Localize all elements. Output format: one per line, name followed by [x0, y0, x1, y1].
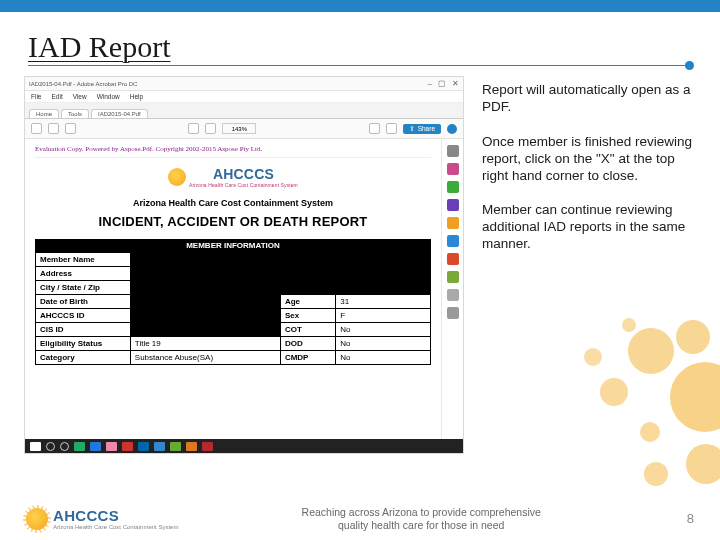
- search-tool-icon[interactable]: [447, 145, 459, 157]
- maximize-icon[interactable]: ▢: [438, 79, 446, 88]
- logo-text: AHCCCS: [189, 166, 298, 182]
- app-icon[interactable]: [138, 442, 149, 451]
- edit-pdf-icon[interactable]: [447, 199, 459, 211]
- minimize-icon[interactable]: –: [428, 79, 432, 88]
- footer-logo-subtitle: Arizona Health Care Cost Containment Sys…: [53, 524, 178, 530]
- title-underline: [28, 65, 692, 66]
- label-sex: Sex: [280, 309, 335, 323]
- app-icon[interactable]: [74, 442, 85, 451]
- app-icon[interactable]: [170, 442, 181, 451]
- pdf-viewer-screenshot: IAD2015-04.Pdf - Adobe Acrobat Pro DC – …: [24, 76, 464, 454]
- app-icon[interactable]: [122, 442, 133, 451]
- menu-help[interactable]: Help: [130, 93, 143, 100]
- label-cot: COT: [280, 323, 335, 337]
- tab-tools[interactable]: Tools: [61, 109, 89, 118]
- menu-view[interactable]: View: [73, 93, 87, 100]
- ahcccs-logo: AHCCCS Arizona Health Care Cost Containm…: [35, 166, 431, 188]
- value-age: 31: [336, 295, 431, 309]
- share-button[interactable]: ⇪Share: [403, 124, 441, 134]
- organize-icon[interactable]: [447, 253, 459, 265]
- comment-icon[interactable]: [447, 217, 459, 229]
- logo-subtitle: Arizona Health Care Cost Containment Sys…: [189, 182, 298, 188]
- label-member-name: Member Name: [36, 253, 131, 267]
- tab-home[interactable]: Home: [29, 109, 59, 118]
- combine-icon[interactable]: [447, 235, 459, 247]
- label-dob: Date of Birth: [36, 295, 131, 309]
- slide-title: IAD Report: [28, 30, 170, 64]
- label-category: Category: [36, 351, 131, 365]
- app-icon[interactable]: [106, 442, 117, 451]
- label-address: Address: [36, 267, 131, 281]
- fill-sign-icon[interactable]: [447, 307, 459, 319]
- value-eligibility: Title 19: [130, 337, 280, 351]
- windows-taskbar: [25, 439, 463, 453]
- print-icon[interactable]: [48, 123, 59, 134]
- value-cmdp: No: [336, 351, 431, 365]
- member-info-table: Member Name Address City / State / Zip D…: [35, 252, 431, 365]
- cortana-icon[interactable]: [46, 442, 55, 451]
- label-ahcccs-id: AHCCCS ID: [36, 309, 131, 323]
- org-name: Arizona Health Care Cost Containment Sys…: [35, 198, 431, 208]
- page-number: 8: [664, 511, 694, 526]
- label-age: Age: [280, 295, 335, 309]
- instruction-paragraph: Report will automatically open as a PDF.: [482, 82, 696, 116]
- zoom-out-icon[interactable]: [188, 123, 199, 134]
- label-city: City / State / Zip: [36, 281, 131, 295]
- start-button-icon[interactable]: [30, 442, 41, 451]
- app-icon[interactable]: [90, 442, 101, 451]
- zoom-in-icon[interactable]: [205, 123, 216, 134]
- value-sex: F: [336, 309, 431, 323]
- window-title: IAD2015-04.Pdf - Adobe Acrobat Pro DC: [29, 81, 428, 87]
- sun-icon: [168, 168, 186, 186]
- redacted-cell: [130, 323, 280, 337]
- value-cot: No: [336, 323, 431, 337]
- label-eligibility: Eligibility Status: [36, 337, 131, 351]
- document-tabs: Home Tools IAD2015-04.Pdf: [25, 103, 463, 119]
- value-dod: No: [336, 337, 431, 351]
- report-title: INCIDENT, ACCIDENT OR DEATH REPORT: [35, 214, 431, 229]
- pdf-toolbar: 143% ⇪Share: [25, 119, 463, 139]
- menu-file[interactable]: File: [31, 93, 41, 100]
- tool-icon[interactable]: [386, 123, 397, 134]
- redacted-cell: [130, 309, 280, 323]
- app-icon[interactable]: [154, 442, 165, 451]
- label-dod: DOD: [280, 337, 335, 351]
- app-icon[interactable]: [186, 442, 197, 451]
- acrobat-icon[interactable]: [202, 442, 213, 451]
- taskview-icon[interactable]: [60, 442, 69, 451]
- redacted-cell: [130, 295, 280, 309]
- section-header: MEMBER INFORMATION: [35, 239, 431, 252]
- menu-window[interactable]: Window: [97, 93, 120, 100]
- slide-top-accent: [0, 0, 720, 12]
- watermark-header: Evaluation Copy. Powered by Aspose.Pdf. …: [35, 145, 431, 158]
- window-titlebar: IAD2015-04.Pdf - Adobe Acrobat Pro DC – …: [25, 77, 463, 91]
- redacted-cell: [130, 281, 430, 295]
- redact-icon[interactable]: [447, 271, 459, 283]
- footer-tagline: Reaching across Arizona to provide compr…: [178, 506, 664, 532]
- export-pdf-icon[interactable]: [447, 163, 459, 175]
- menu-edit[interactable]: Edit: [51, 93, 62, 100]
- mail-icon[interactable]: [65, 123, 76, 134]
- footer-logo: AHCCCS Arizona Health Care Cost Containm…: [26, 507, 178, 530]
- slide-footer: AHCCCS Arizona Health Care Cost Containm…: [0, 506, 720, 532]
- instruction-paragraph: Member can continue reviewing additional…: [482, 202, 696, 253]
- instruction-paragraph: Once member is finished reviewing report…: [482, 134, 696, 185]
- save-icon[interactable]: [31, 123, 42, 134]
- account-icon[interactable]: [447, 124, 457, 134]
- tab-active-document[interactable]: IAD2015-04.Pdf: [91, 109, 148, 118]
- redacted-cell: [130, 267, 430, 281]
- tool-icon[interactable]: [369, 123, 380, 134]
- footer-logo-text: AHCCCS: [53, 507, 178, 524]
- zoom-level[interactable]: 143%: [222, 123, 256, 134]
- instruction-column: Report will automatically open as a PDF.…: [482, 76, 696, 454]
- pdf-right-rail: [441, 139, 463, 439]
- label-cmdp: CMDP: [280, 351, 335, 365]
- value-category: Substance Abuse(SA): [130, 351, 280, 365]
- protect-icon[interactable]: [447, 289, 459, 301]
- close-icon[interactable]: ✕: [452, 79, 459, 88]
- redacted-cell: [130, 253, 430, 267]
- create-pdf-icon[interactable]: [447, 181, 459, 193]
- sun-icon: [26, 508, 48, 530]
- label-cis-id: CIS ID: [36, 323, 131, 337]
- pdf-page: Evaluation Copy. Powered by Aspose.Pdf. …: [25, 139, 441, 439]
